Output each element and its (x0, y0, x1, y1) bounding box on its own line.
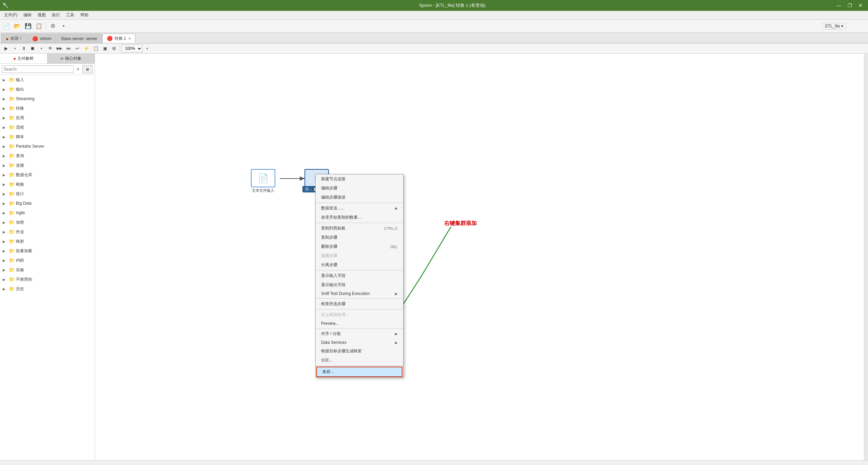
play-dropdown-button[interactable]: ▾ (11, 44, 19, 53)
grid-button[interactable]: ▣ (101, 44, 109, 53)
tree-item-9[interactable]: ▶ 📁 连接 (0, 161, 95, 170)
search-expand-button[interactable]: ⊞ (82, 65, 93, 73)
tab-inform[interactable]: 🔴 inform (28, 34, 56, 43)
more-button[interactable]: ▾ (59, 21, 69, 31)
minimize-button[interactable]: — (834, 2, 844, 9)
ctx-item-change-copy-count[interactable]: 改变开始复制的数量... (316, 213, 403, 222)
maximize-button[interactable]: ❐ (845, 2, 854, 9)
ctx-item-delete-step[interactable]: 删除步骤DEL (316, 242, 403, 251)
tab-slave[interactable]: Slave server: server (57, 34, 102, 43)
tree-item-5[interactable]: ▶ 📁 流程 (0, 123, 95, 132)
ctx-separator-21 (316, 328, 403, 329)
step-run-button[interactable]: ⏭ (64, 44, 73, 53)
stop-button[interactable]: ⏹ (28, 44, 37, 53)
left-tab-main-objects[interactable]: ● 主对象树 (0, 54, 47, 63)
node-text-input[interactable]: 📄 文本文件输入 (251, 169, 275, 193)
tree-item-10[interactable]: ▶ 📁 数据仓库 (0, 170, 95, 180)
zoom-dropdown-button[interactable]: ▾ (143, 44, 151, 53)
ctx-item-cluster[interactable]: 集群... (316, 367, 402, 377)
ctx-item-preview[interactable]: Preview... (316, 319, 403, 328)
ctx-item-show-output[interactable]: 显示输出字段 (316, 280, 403, 290)
stop-dropdown-button[interactable]: ▾ (37, 44, 45, 53)
menu-tools[interactable]: 工具 (63, 12, 77, 19)
ctx-item-copy-clipboard[interactable]: 复制到剪贴板CTRL-C (316, 224, 403, 233)
zoom-select[interactable]: 25% 50% 75% 100% 125% 150% 200% (122, 45, 142, 52)
tree-item-8[interactable]: ▶ 📁 查询 (0, 151, 95, 161)
tree-label-11: 检验 (16, 182, 95, 187)
tree-label-17: 映射 (16, 239, 95, 244)
tree-arrow-17: ▶ (3, 240, 7, 243)
close-button[interactable]: ✕ (856, 2, 865, 9)
right-scrollbar[interactable] (864, 54, 868, 460)
tab-welcome-label: 欢迎！ (11, 36, 23, 41)
ctx-label-show-input: 显示输入字段 (321, 273, 346, 279)
ctx-item-align-split[interactable]: 对齐 / 分散▶ (316, 329, 403, 338)
ctx-item-generate-mapping[interactable]: 根据目标步骤生成映射 (316, 347, 403, 356)
tree-label-10: 数据仓库 (16, 172, 95, 178)
tree-folder-14: 📁 (9, 210, 15, 216)
save-as-button[interactable]: 📋 (34, 21, 44, 31)
ctx-item-data-services[interactable]: Data Services▶ (316, 338, 403, 347)
tree-item-4[interactable]: ▶ 📁 应用 (0, 113, 95, 123)
left-tab-core-objects[interactable]: ✏ 核心对象 (47, 54, 95, 63)
tree-item-1[interactable]: ▶ 📁 输出 (0, 85, 95, 94)
tree-folder-0: 📁 (9, 77, 15, 82)
preview-button[interactable]: 👁 (46, 44, 54, 53)
loop-button[interactable]: ↩ (73, 44, 81, 53)
ctx-label-change-copy-count: 改变开始复制的数量... (321, 215, 361, 220)
ctx-item-partition[interactable]: 分区... (316, 356, 403, 365)
tab-welcome-icon: ● (6, 36, 8, 41)
tree-item-11[interactable]: ▶ 📁 检验 (0, 180, 95, 189)
tab-transform1[interactable]: 🔴 转换 1 ✕ (102, 34, 135, 43)
tree-item-14[interactable]: ▶ 📁 Agile (0, 208, 95, 218)
tree-item-2[interactable]: ▶ 📁 Streaming (0, 94, 95, 104)
left-tab-core-label: 核心对象 (65, 56, 81, 61)
run-button[interactable]: ▶▶ (55, 44, 64, 53)
settings-button[interactable]: ⚙ (48, 21, 58, 31)
ctx-item-edit-desc[interactable]: 编辑步骤描述 (316, 193, 403, 202)
check-button[interactable]: 📋 (92, 44, 100, 53)
tree-item-12[interactable]: ▶ 📁 统计 (0, 189, 95, 199)
tab-welcome[interactable]: ● 欢迎！ (1, 34, 27, 43)
menu-help[interactable]: 帮助 (78, 12, 91, 19)
tree-item-22[interactable]: ▶ 📁 历史 (0, 284, 95, 294)
new-button[interactable]: 📄 (1, 21, 12, 31)
etl-file-label[interactable]: ETL_file ▾ (822, 23, 846, 30)
tree-item-18[interactable]: ▶ 📁 批量加载 (0, 246, 95, 256)
canvas-area[interactable]: 📄 文本文件输入 排... 📋 ✏ ≡ (95, 54, 864, 460)
search-clear-button[interactable]: ✕ (75, 66, 81, 72)
tree-item-19[interactable]: ▶ 📁 内联 (0, 256, 95, 265)
tree-item-15[interactable]: ▶ 📁 加密 (0, 218, 95, 227)
tree-item-6[interactable]: ▶ 📁 脚本 (0, 132, 95, 142)
save-button[interactable]: 💾 (23, 21, 33, 31)
menu-execute[interactable]: 执行 (49, 12, 63, 19)
ctx-item-new-connection[interactable]: 新建节点连接 (316, 174, 403, 184)
menu-edit[interactable]: 编辑 (21, 12, 34, 19)
open-button[interactable]: 📂 (12, 21, 22, 31)
menu-view[interactable]: 视图 (35, 12, 48, 19)
results-button[interactable]: ⚡ (82, 44, 91, 53)
tab-transform1-close[interactable]: ✕ (128, 37, 131, 40)
tree-item-17[interactable]: ▶ 📁 映射 (0, 237, 95, 246)
tree-item-0[interactable]: ▶ 📁 输入 (0, 75, 95, 85)
ctx-item-detach-step[interactable]: 分离步骤 (316, 260, 403, 269)
ctx-item-check-steps[interactable]: 检查所选步骤 (316, 299, 403, 309)
tree-item-3[interactable]: ▶ 📁 转换 (0, 104, 95, 113)
pause-button[interactable]: ⏸ (20, 44, 28, 53)
ctx-item-show-input[interactable]: 显示输入字段 (316, 271, 403, 280)
ctx-item-sniff-test[interactable]: Sniff Test During Execution▶ (316, 290, 403, 298)
align-button[interactable]: ⊞ (110, 44, 118, 53)
menu-file[interactable]: 文件(F) (1, 12, 20, 19)
ctx-item-copy-step[interactable]: 复制步骤 (316, 233, 403, 242)
tree-item-20[interactable]: ▶ 📁 实验 (0, 265, 95, 275)
search-input[interactable] (2, 66, 74, 73)
tree-item-16[interactable]: ▶ 📁 作业 (0, 227, 95, 237)
tree-arrow-18: ▶ (3, 249, 7, 253)
tree-item-7[interactable]: ▶ 📁 Pentaho Server (0, 142, 95, 151)
ctx-item-data-send[interactable]: 数据发送......▶ (316, 204, 403, 213)
tree-item-13[interactable]: ▶ 📁 Big Data (0, 199, 95, 208)
tree-item-21[interactable]: ▶ 📁 不推荐的 (0, 275, 95, 284)
bottom-scrollbar[interactable] (0, 460, 868, 465)
play-button[interactable]: ▶ (2, 44, 10, 53)
ctx-item-edit-step[interactable]: 编辑步骤 (316, 184, 403, 193)
